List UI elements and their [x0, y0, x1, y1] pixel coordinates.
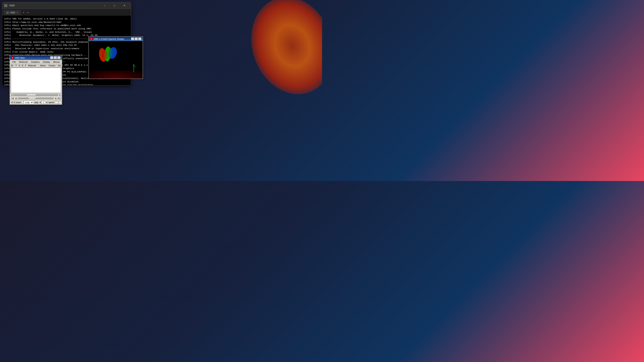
step-down-button[interactable]: ◄ — [39, 101, 41, 104]
col-header-id: ID — [11, 64, 16, 67]
terminal-titlebar-controls: ─ □ ✕ — [100, 3, 129, 8]
vmd-main-titlebar: V VMD Main − □ ✕ — [10, 56, 62, 60]
menu-help[interactable]: Help — [75, 60, 83, 63]
vmd-main-window: V VMD Main − □ ✕ File Molecule Graphics … — [10, 55, 62, 105]
terminal-line-5: Info) Humphrey, W., Dalke, A. and Schult… — [4, 30, 129, 34]
scroll-left-button[interactable]: ◄ — [10, 94, 13, 96]
speed-slider[interactable] — [55, 102, 61, 103]
molecule-visualization — [97, 45, 120, 65]
opengl-viewport[interactable]: y — [89, 41, 143, 79]
background-orb — [238, 0, 322, 106]
terminal-line-2: Info) http://www.ks.uiuc.edu/Research/vm… — [4, 21, 129, 24]
menu-extensions[interactable]: Extensions — [62, 60, 75, 63]
vmd-main-title: VMD Main — [15, 57, 25, 59]
play-forward-button[interactable]: ► — [54, 97, 58, 100]
molecule-svg — [97, 45, 120, 65]
pan-left-button[interactable]: ◄ — [11, 101, 13, 104]
svg-text:y: y — [134, 65, 136, 67]
zoom-label: zoom — [16, 101, 21, 104]
new-tab-button[interactable]: + — [22, 10, 26, 15]
terminal-app-icon: >_ — [4, 4, 7, 7]
menu-mouse[interactable]: Mouse — [52, 60, 62, 63]
vmd-opengl-window: V VMD 1.9.4a53 OpenGL Display − □ ✕ — [88, 36, 143, 79]
menu-graphics[interactable]: Graphics — [30, 60, 41, 63]
vmd-app-icon: V — [11, 56, 14, 59]
col-header-d: D — [22, 64, 25, 67]
go-start-button[interactable]: |◄ — [11, 97, 14, 100]
terminal-titlebar: >_ VMD ─ □ ✕ — [2, 2, 131, 9]
frame-slider[interactable] — [18, 98, 54, 99]
terminal-tabs: VMD ✕ + ▾ — [2, 9, 131, 16]
tab-dropdown-button[interactable]: ▾ — [26, 11, 29, 14]
play-back-button[interactable]: ◄ — [14, 97, 18, 100]
terminal-tab-label: VMD — [10, 11, 15, 14]
col-header-f: F — [25, 64, 28, 67]
opengl-app-icon: V — [90, 37, 93, 40]
vmd-titlebar-left: V VMD Main — [11, 56, 25, 59]
vmd-playback-controls: ◄ ► zoom Loop Once Rock step ◄ ► speed — [10, 100, 62, 104]
col-header-vol: Vol — [56, 64, 60, 67]
speed-thumb — [58, 101, 59, 104]
y-axis-indicator: y — [131, 64, 137, 75]
vmd-main-close-button[interactable]: ✕ — [58, 56, 60, 59]
opengl-minimize-button[interactable]: − — [131, 37, 134, 40]
axis-svg: y — [131, 64, 137, 74]
opengl-titlebar-left: V VMD 1.9.4a53 OpenGL Display — [90, 37, 124, 40]
tab-icon — [6, 11, 9, 14]
svg-rect-2 — [6, 11, 9, 14]
menu-molecule[interactable]: Molecule — [18, 60, 30, 63]
col-header-a: A — [19, 64, 22, 67]
opengl-title: VMD 1.9.4a53 OpenGL Display — [94, 38, 124, 40]
terminal-minimize-button[interactable]: ─ — [100, 3, 109, 8]
speed-label: speed — [49, 101, 54, 104]
pan-right-button[interactable]: ► — [13, 101, 15, 104]
menu-display[interactable]: Display — [41, 60, 52, 63]
step-up-button[interactable]: ► — [46, 101, 48, 104]
vmd-scrollbar-horizontal: ◄ ► — [10, 93, 62, 96]
terminal-titlebar-left: >_ VMD — [4, 4, 15, 7]
terminal-title: VMD — [9, 4, 15, 7]
vmd-main-minimize-button[interactable]: − — [50, 56, 54, 59]
terminal-line-3: Info) Email questions and bug reports to… — [4, 24, 129, 27]
vmd-menubar: File Molecule Graphics Display Mouse Ext… — [10, 60, 62, 64]
opengl-win-controls: − □ ✕ — [131, 37, 142, 40]
col-header-frames: Frames — [46, 64, 56, 67]
scroll-thumb — [27, 94, 36, 96]
terminal-line-4: Info) Please include this reference in p… — [4, 27, 129, 30]
vmd-molecule-list — [11, 68, 61, 93]
col-header-t: T — [16, 64, 19, 67]
svg-text:>_: >_ — [5, 5, 7, 6]
opengl-close-button[interactable]: ✕ — [138, 37, 142, 40]
terminal-close-button[interactable]: ✕ — [120, 3, 129, 8]
vmd-main-win-controls: − □ ✕ — [50, 56, 60, 59]
col-header-molecule: Molecule — [28, 64, 36, 67]
terminal-maximize-button[interactable]: □ — [110, 3, 119, 8]
zoom-checkbox[interactable] — [22, 101, 23, 104]
go-end-button[interactable]: ►| — [58, 97, 61, 100]
opengl-maximize-button[interactable]: □ — [135, 37, 138, 40]
vmd-transport-controls: |◄ ◄ ► ►| — [10, 96, 62, 100]
step-value-input[interactable] — [42, 101, 46, 104]
scroll-track[interactable] — [14, 94, 58, 96]
loop-dropdown[interactable]: Loop Once Rock — [24, 101, 34, 104]
scroll-right-button[interactable]: ► — [58, 94, 62, 96]
terminal-tab-vmd[interactable]: VMD ✕ — [4, 10, 21, 15]
frame-thumb — [29, 98, 36, 99]
step-label: step — [34, 101, 38, 104]
terminal-line-1: Info) VMD for WIN64, version 1.9.4a53 (J… — [4, 17, 129, 21]
vmd-main-maximize-button[interactable]: □ — [54, 56, 57, 59]
vmd-table-header: ID T A D F Molecule Atoms Frames Vol — [10, 64, 62, 67]
col-header-atoms: Atoms — [36, 64, 46, 67]
opengl-titlebar: V VMD 1.9.4a53 OpenGL Display − □ ✕ — [89, 37, 143, 41]
menu-file[interactable]: File — [11, 60, 18, 63]
tab-close-icon[interactable]: ✕ — [16, 11, 18, 14]
